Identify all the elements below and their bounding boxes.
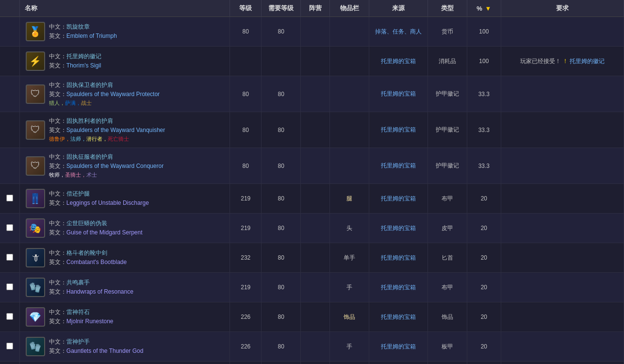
checkbox-cell[interactable]: [0, 302, 19, 332]
item-en-name[interactable]: 英文：Thorim's Sigil: [49, 62, 101, 70]
item-icon: 🎭: [26, 218, 45, 238]
item-slot: 饰品: [330, 302, 369, 332]
item-req: [501, 76, 624, 112]
checkbox-cell[interactable]: [0, 243, 19, 273]
item-source[interactable]: 托里姆的宝箱: [369, 302, 428, 332]
item-source[interactable]: 托里姆的宝箱: [369, 362, 428, 364]
item-slot: [330, 76, 369, 112]
item-source[interactable]: 掉落、任务、商人: [369, 17, 428, 47]
row-checkbox[interactable]: [6, 343, 13, 349]
th-faction[interactable]: 阵营: [301, 0, 330, 17]
item-slot: 手: [330, 273, 369, 302]
item-faction: [301, 47, 330, 76]
th-req-level[interactable]: 需要等级: [262, 0, 301, 17]
item-en-name[interactable]: 英文：Combatant's Bootblade: [49, 258, 127, 266]
item-level: 219: [230, 362, 261, 364]
item-pct: 33.3: [467, 112, 501, 148]
item-type: 布甲: [427, 184, 467, 214]
item-req: [501, 243, 624, 273]
checkbox-cell[interactable]: [0, 273, 19, 302]
checkbox-cell[interactable]: [0, 214, 19, 243]
item-en-name[interactable]: 英文：Spaulders of the Wayward Vanquisher: [49, 126, 165, 134]
th-name[interactable]: 名称: [19, 0, 230, 17]
item-en-name[interactable]: 英文：Spaulders of the Wayward Protector: [49, 90, 160, 99]
item-pct: 20: [467, 184, 501, 214]
item-cn-name: 中文：共鸣裹手: [49, 279, 133, 287]
item-source[interactable]: 托里姆的宝箱: [369, 47, 428, 76]
item-cn-name: 中文：凯旋纹章: [49, 23, 117, 31]
item-source[interactable]: 托里姆的宝箱: [369, 273, 428, 302]
item-en-name[interactable]: 英文：Handwraps of Resonance: [49, 288, 133, 296]
item-type: 护甲徽记: [427, 148, 467, 184]
th-source[interactable]: 来源: [369, 0, 428, 17]
item-pct: 20: [467, 302, 501, 332]
item-req-level: 80: [262, 76, 301, 112]
item-pct: 20: [467, 214, 501, 243]
item-en-name[interactable]: 英文：Guise of the Midgard Serpent: [49, 229, 143, 237]
item-slot: [330, 112, 369, 148]
item-name-cell: 💎中文：雷神符石英文：Mjolnir Runestone: [19, 302, 230, 332]
item-en-name[interactable]: 英文：Mjolnir Runestone: [49, 317, 114, 326]
row-checkbox[interactable]: [6, 195, 13, 201]
req-link[interactable]: 托里姆的徽记: [570, 58, 605, 65]
item-pct: 20: [467, 362, 501, 364]
row-checkbox[interactable]: [6, 283, 13, 290]
item-source[interactable]: 托里姆的宝箱: [369, 214, 428, 243]
item-classes: 德鲁伊，法师，潜行者，死亡骑士: [49, 135, 165, 143]
item-type: 布甲: [427, 273, 467, 302]
item-source[interactable]: 托里姆的宝箱: [369, 148, 428, 184]
item-name-cell: 🎭中文：尘世巨蟒的伪装英文：Guise of the Midgard Serpe…: [19, 214, 230, 243]
th-slot[interactable]: 物品栏: [330, 0, 369, 17]
item-type: 单手杖: [427, 362, 467, 364]
item-en-name[interactable]: 英文：Spaulders of the Wayward Conqueror: [49, 162, 164, 170]
item-level: 80: [230, 112, 261, 148]
th-req[interactable]: 要求: [501, 0, 624, 17]
item-level: 232: [230, 243, 261, 273]
item-level: 226: [230, 302, 261, 332]
item-req: [501, 17, 624, 47]
item-name-cell: 👖中文：偿还护腿英文：Leggings of Unstable Discharg…: [19, 184, 230, 214]
item-source[interactable]: 托里姆的宝箱: [369, 112, 428, 148]
checkbox-cell[interactable]: [0, 362, 19, 364]
item-en-name[interactable]: 英文：Gauntlets of the Thunder God: [49, 347, 144, 355]
item-slot: [330, 47, 369, 76]
item-req-level: 80: [262, 112, 301, 148]
item-pct: 33.3: [467, 76, 501, 112]
item-source[interactable]: 托里姆的宝箱: [369, 184, 428, 214]
item-req-level: 80: [262, 184, 301, 214]
item-pct: 20: [467, 273, 501, 302]
item-source[interactable]: 托里姆的宝箱: [369, 76, 428, 112]
row-checkbox[interactable]: [6, 254, 13, 261]
item-source[interactable]: 托里姆的宝箱: [369, 243, 428, 273]
item-faction: [301, 332, 330, 362]
checkbox-cell[interactable]: [0, 332, 19, 362]
item-type: 护甲徽记: [427, 76, 467, 112]
th-checkbox: [0, 0, 19, 17]
table-row: 🛡中文：固执保卫者的护肩英文：Spaulders of the Wayward …: [0, 76, 624, 112]
checkbox-cell[interactable]: [0, 184, 19, 214]
item-source[interactable]: 托里姆的宝箱: [369, 332, 428, 362]
row-checkbox[interactable]: [6, 224, 13, 231]
req-already-text: 玩家已经接受！: [520, 58, 562, 65]
item-req: [501, 214, 624, 243]
table-row: ⚡中文：托里姆的徽记英文：Thorim's Sigil托里姆的宝箱消耗品100玩…: [0, 47, 624, 76]
row-checkbox[interactable]: [6, 313, 13, 320]
item-level: 226: [230, 332, 261, 362]
item-en-name[interactable]: 英文：Emblem of Triumph: [49, 32, 117, 40]
item-en-name[interactable]: 英文：Leggings of Unstable Discharge: [49, 199, 149, 207]
table-row: 🧤中文：雷神护手英文：Gauntlets of the Thunder God2…: [0, 332, 624, 362]
th-type[interactable]: 类型: [427, 0, 467, 17]
th-pct[interactable]: % ▼: [467, 0, 501, 17]
item-cn-name: 中文：固执胜利者的护肩: [49, 117, 165, 125]
item-req: [501, 302, 624, 332]
req-exclamation: ！: [562, 58, 570, 65]
item-icon: 🛡: [26, 120, 45, 140]
item-name-cell: 🛡中文：固执胜利者的护肩英文：Spaulders of the Wayward …: [19, 112, 230, 148]
item-faction: [301, 184, 330, 214]
item-icon: 🛡: [26, 84, 45, 104]
item-level: 219: [230, 214, 261, 243]
th-level[interactable]: 等级: [230, 0, 261, 17]
table-row: 👖中文：偿还护腿英文：Leggings of Unstable Discharg…: [0, 184, 624, 214]
table-row: ⚔中文：雷霆的传承英文：Legacy of Thunder21980单手托里姆的…: [0, 362, 624, 364]
table-row: 🎭中文：尘世巨蟒的伪装英文：Guise of the Midgard Serpe…: [0, 214, 624, 243]
